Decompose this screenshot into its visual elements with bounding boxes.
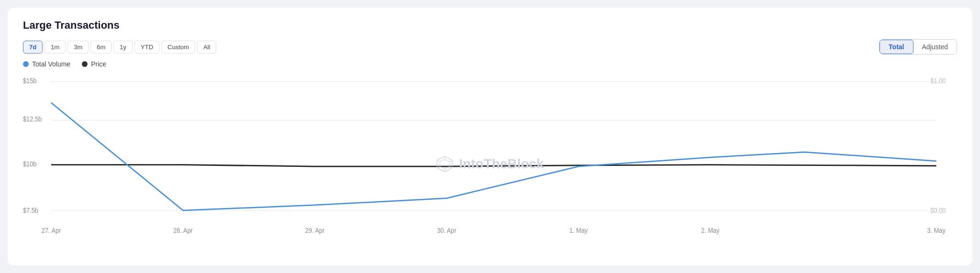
large-transactions-card: Large Transactions 7d1m3m6m1yYTDCustomAl…: [8, 8, 972, 265]
time-filter-1y[interactable]: 1y: [113, 41, 133, 54]
volume-line: [51, 103, 936, 210]
legend-dot-price: [82, 61, 88, 67]
legend-dot-total-volume: [23, 61, 29, 67]
time-filter-6m[interactable]: 6m: [90, 41, 111, 54]
card-title: Large Transactions: [23, 19, 957, 32]
legend: Total VolumePrice: [23, 60, 957, 68]
view-toggle: TotalAdjusted: [879, 39, 957, 55]
svg-text:29. Apr: 29. Apr: [305, 227, 325, 234]
svg-text:$1.00: $1.00: [930, 77, 946, 85]
chart-area: IntoTheBlock $15b $12.5b $10b $7.5b $1.0…: [23, 74, 957, 254]
controls-row: 7d1m3m6m1yYTDCustomAll TotalAdjusted: [23, 39, 957, 55]
svg-text:$10b: $10b: [23, 160, 36, 168]
svg-text:3. May: 3. May: [927, 227, 946, 234]
legend-item-price: Price: [82, 60, 106, 68]
svg-text:$15b: $15b: [23, 77, 36, 85]
legend-item-total-volume: Total Volume: [23, 60, 70, 68]
time-filter-ytd[interactable]: YTD: [134, 41, 159, 54]
svg-text:28. Apr: 28. Apr: [173, 227, 193, 234]
time-filter-7d[interactable]: 7d: [23, 41, 43, 54]
svg-text:1. May: 1. May: [569, 227, 588, 234]
view-btn-total[interactable]: Total: [880, 40, 913, 54]
time-filter-all[interactable]: All: [197, 41, 216, 54]
svg-text:27. Apr: 27. Apr: [42, 227, 61, 234]
svg-text:30. Apr: 30. Apr: [437, 227, 457, 234]
legend-label-total-volume: Total Volume: [32, 60, 70, 68]
time-filters: 7d1m3m6m1yYTDCustomAll: [23, 41, 216, 54]
time-filter-3m[interactable]: 3m: [67, 41, 89, 54]
view-btn-adjusted[interactable]: Adjusted: [913, 40, 957, 54]
svg-text:2. May: 2. May: [701, 227, 720, 234]
time-filter-custom[interactable]: Custom: [161, 41, 195, 54]
svg-text:$12.5b: $12.5b: [23, 115, 42, 123]
svg-text:$7.5b: $7.5b: [23, 207, 38, 214]
legend-label-price: Price: [91, 60, 106, 68]
chart-svg: $15b $12.5b $10b $7.5b $1.00 $0.00 27. A…: [23, 74, 957, 254]
time-filter-1m[interactable]: 1m: [45, 41, 66, 54]
